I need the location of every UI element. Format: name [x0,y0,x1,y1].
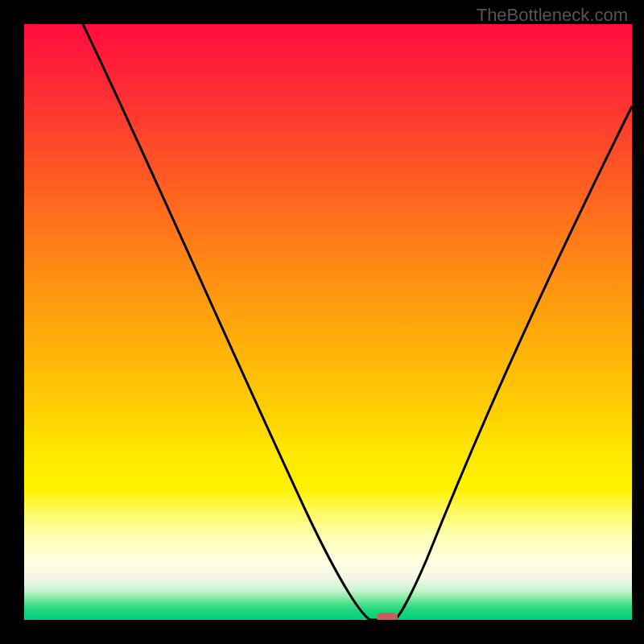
optimal-marker [377,613,398,620]
bottleneck-curve [83,24,632,620]
plot-area [24,24,632,620]
watermark-text: TheBottleneck.com [477,5,628,26]
curve-svg [24,24,632,620]
